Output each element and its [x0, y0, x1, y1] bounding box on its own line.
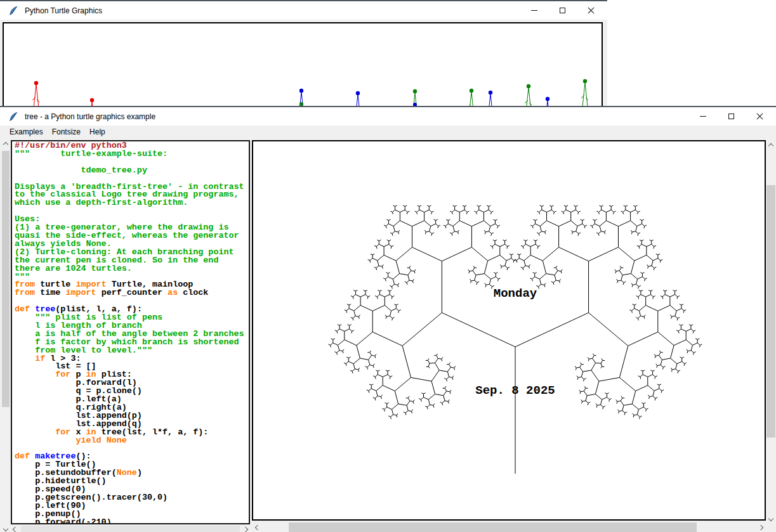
- code-line: there are 1024 turtles.: [15, 265, 249, 273]
- chevron-up-icon: [768, 143, 773, 148]
- scroll-right-button[interactable]: [755, 522, 766, 532]
- bg-turtle-canvas: [3, 22, 603, 111]
- chevron-down-icon: [3, 526, 8, 531]
- fg-window-title: tree - a Python turtle graphics example: [25, 112, 155, 121]
- fg-close-button[interactable]: [746, 107, 774, 126]
- menubar: Examples Fontsize Help: [0, 126, 776, 138]
- menu-examples[interactable]: Examples: [5, 126, 48, 138]
- tk-feather-icon: [8, 112, 18, 122]
- code-line: p.forward(-210): [15, 519, 249, 524]
- canvas-label: Monday: [494, 287, 537, 301]
- chevron-right-icon: [243, 526, 248, 531]
- chevron-down-icon: [768, 516, 773, 521]
- menu-fontsize[interactable]: Fontsize: [48, 126, 85, 138]
- chevron-left-icon: [13, 526, 18, 531]
- fg-window-tree-example: tree - a Python turtle graphics example …: [0, 106, 776, 532]
- code-vscroll-thumb[interactable]: [2, 151, 10, 407]
- code-vertical-scrollbar[interactable]: [1, 140, 10, 532]
- canvas-label: Sep. 8 2025: [475, 384, 555, 398]
- bg-canvas-drawing: [4, 23, 603, 111]
- fg-minimize-button[interactable]: [688, 107, 717, 126]
- menu-help[interactable]: Help: [85, 126, 110, 138]
- canvas-horizontal-scrollbar[interactable]: [252, 522, 766, 532]
- bg-window-controls: [520, 1, 605, 20]
- code-editor[interactable]: #!/usr/bin/env python3""" turtle-example…: [11, 140, 250, 524]
- code-hscroll-thumb[interactable]: [21, 526, 240, 532]
- scroll-left-button[interactable]: [11, 525, 20, 532]
- bg-titlebar[interactable]: Python Turtle Graphics: [0, 1, 607, 20]
- chevron-left-icon: [254, 524, 260, 529]
- maximize-icon: [728, 114, 734, 119]
- close-icon: [756, 113, 763, 120]
- fg-maximize-button[interactable]: [717, 107, 746, 126]
- code-line: [15, 207, 249, 216]
- code-horizontal-scrollbar[interactable]: [11, 525, 250, 532]
- code-line: which use a depth-first-algorithm.: [15, 199, 249, 207]
- canvas-vscroll-thumb[interactable]: [766, 185, 775, 438]
- tk-feather-icon: [8, 6, 18, 16]
- code-line: yield None: [15, 437, 249, 445]
- code-line: tdemo_tree.py: [15, 167, 249, 175]
- scroll-up-button[interactable]: [766, 140, 776, 151]
- code-area: #!/usr/bin/env python3""" turtle-example…: [15, 142, 249, 524]
- canvas-hscroll-thumb[interactable]: [289, 522, 697, 532]
- canvas-vertical-scrollbar[interactable]: [766, 140, 776, 524]
- fg-window-controls: [688, 107, 774, 126]
- scroll-left-button[interactable]: [252, 522, 263, 532]
- bg-window-title: Python Turtle Graphics: [25, 6, 102, 15]
- turtle-graphics-canvas: MondaySep. 8 2025: [252, 140, 766, 521]
- maximize-icon: [560, 8, 565, 13]
- scroll-up-button[interactable]: [1, 140, 10, 149]
- fg-titlebar[interactable]: tree - a Python turtle graphics example: [0, 107, 776, 126]
- fractal-tree-branches: [329, 205, 702, 474]
- turtle-sprout: [581, 79, 588, 107]
- scrollbar-corner: [766, 522, 776, 532]
- turtle-sprout: [32, 81, 39, 108]
- minimize-icon: [700, 116, 706, 117]
- code-line: """ turtle-example-suite:: [15, 150, 249, 159]
- scroll-down-button[interactable]: [1, 524, 10, 532]
- close-icon: [588, 7, 595, 14]
- scroll-right-button[interactable]: [241, 525, 250, 532]
- code-line: from time import perf_counter as clock: [15, 289, 249, 297]
- bg-minimize-button[interactable]: [520, 1, 548, 20]
- fractal-tree-drawing: MondaySep. 8 2025: [253, 141, 765, 519]
- chevron-right-icon: [758, 524, 763, 529]
- chevron-up-icon: [3, 142, 8, 147]
- bg-maximize-button[interactable]: [548, 1, 577, 20]
- bg-close-button[interactable]: [577, 1, 605, 20]
- minimize-icon: [531, 10, 537, 11]
- desktop: { "colors": { "comment": "#b22222", "str…: [0, 0, 776, 532]
